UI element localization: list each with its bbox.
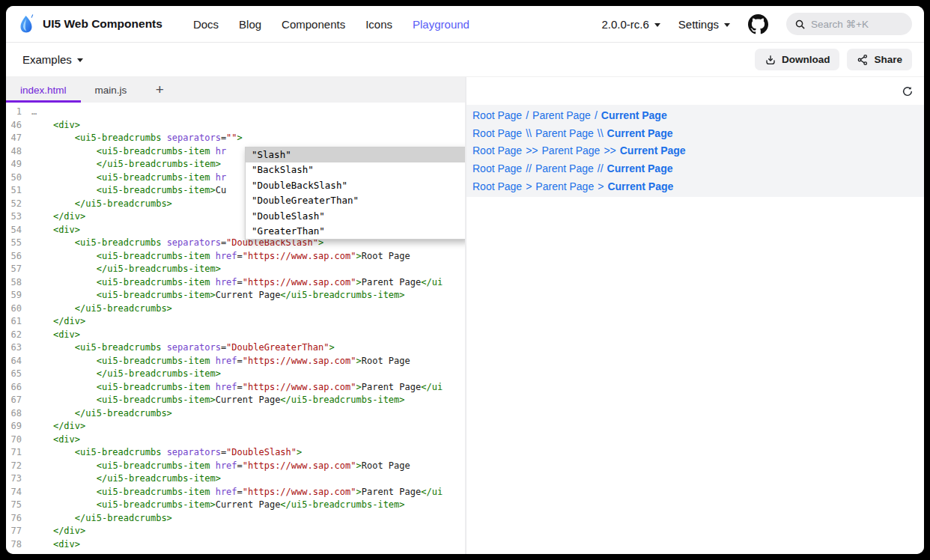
line-source: <ui5-breadcrumbs separators="DoubleSlash… bbox=[31, 446, 302, 460]
code-line-70: 70 <div> bbox=[6, 433, 465, 447]
line-source: <ui5-breadcrumbs separators="DoubleGreat… bbox=[31, 341, 335, 355]
code-line-62: 62 <div> bbox=[6, 329, 465, 342]
line-source: </div> bbox=[31, 420, 85, 433]
line-number: 46 bbox=[6, 119, 31, 133]
code-line-69: 69 </div> bbox=[6, 420, 465, 433]
autocomplete-option[interactable]: "GreaterThan" bbox=[246, 224, 465, 239]
code-line-56: 56 <ui5-breadcrumbs-item href="https://w… bbox=[6, 250, 465, 264]
breadcrumb-link-parent[interactable]: Parent Page bbox=[532, 109, 591, 121]
line-source: </ui5-breadcrumbs> bbox=[31, 198, 172, 211]
ui5-logo-icon[interactable] bbox=[18, 13, 36, 34]
autocomplete-dropdown: "Slash""BackSlash""DoubleBackSlash""Doub… bbox=[245, 147, 465, 240]
breadcrumb-separator: // bbox=[526, 162, 532, 174]
brand-title[interactable]: UI5 Web Components bbox=[43, 17, 162, 31]
breadcrumb-link-root[interactable]: Root Page bbox=[472, 109, 522, 121]
download-button[interactable]: Download bbox=[755, 49, 840, 70]
breadcrumb-link-root[interactable]: Root Page bbox=[472, 180, 522, 192]
code-line-78: 78 <div> bbox=[6, 538, 465, 552]
breadcrumb-link-parent[interactable]: Parent Page bbox=[542, 144, 601, 156]
share-label: Share bbox=[874, 54, 902, 65]
line-number: 74 bbox=[6, 486, 31, 499]
examples-dropdown[interactable]: Examples bbox=[22, 53, 83, 66]
line-number: 68 bbox=[6, 407, 31, 421]
tab-index.html[interactable]: index.html bbox=[6, 77, 81, 103]
breadcrumb: Root Page>Parent Page>Current Page bbox=[472, 177, 918, 195]
chevron-down-icon bbox=[654, 23, 660, 27]
nav-playground[interactable]: Playground bbox=[413, 18, 469, 31]
line-number: 77 bbox=[6, 525, 31, 538]
line-source: </ui5-breadcrumbs-item> bbox=[31, 263, 221, 276]
line-source: <div> bbox=[31, 538, 80, 552]
line-source: <div> bbox=[31, 119, 80, 133]
breadcrumb-link-root[interactable]: Root Page bbox=[472, 144, 522, 156]
line-source: <ui5-breadcrumbs-item href="https://www.… bbox=[31, 276, 443, 290]
code-line-77: 77 </div> bbox=[6, 525, 465, 538]
line-source: <ui5-breadcrumbs-item>Current Page</ui5-… bbox=[31, 394, 405, 407]
line-number: 50 bbox=[6, 171, 31, 185]
examples-label: Examples bbox=[22, 53, 72, 66]
code-line-76: 76 </ui5-breadcrumbs> bbox=[6, 512, 465, 526]
add-tab-button[interactable]: + bbox=[147, 77, 172, 103]
nav-components[interactable]: Components bbox=[282, 18, 345, 31]
settings-dropdown[interactable]: Settings bbox=[678, 18, 730, 31]
line-source: </div> bbox=[31, 315, 85, 329]
topbar-right: 2.0.0-rc.6 Settings Search ⌘+K bbox=[601, 13, 912, 35]
breadcrumb-link-parent[interactable]: Parent Page bbox=[535, 162, 594, 174]
breadcrumb-link-root[interactable]: Root Page bbox=[472, 162, 522, 174]
toolbar-actions: Download Share bbox=[755, 49, 912, 70]
autocomplete-option[interactable]: "BackSlash" bbox=[246, 162, 465, 177]
nav-docs[interactable]: Docs bbox=[193, 18, 219, 31]
autocomplete-option[interactable]: "Slash" bbox=[246, 147, 465, 162]
line-number: 52 bbox=[6, 198, 31, 211]
line-source: </ui5-breadcrumbs-item> bbox=[31, 368, 221, 381]
code-line-46: 46 <div> bbox=[6, 119, 465, 133]
line-source: <ui5-breadcrumbs-item href="https://www.… bbox=[31, 486, 443, 499]
autocomplete-option[interactable]: "DoubleBackSlash" bbox=[246, 178, 465, 193]
github-icon[interactable] bbox=[748, 14, 768, 34]
autocomplete-option[interactable]: "DoubleGreaterThan" bbox=[246, 193, 465, 208]
code-line-61: 61 </div> bbox=[6, 315, 465, 329]
header-nav: DocsBlogComponentsIconsPlayground bbox=[173, 18, 469, 31]
line-number: 53 bbox=[6, 210, 31, 224]
version-dropdown[interactable]: 2.0.0-rc.6 bbox=[601, 18, 660, 31]
line-source: <ui5-breadcrumbs-item href="https://www.… bbox=[31, 460, 410, 473]
breadcrumb: Root Page>>Parent Page>>Current Page bbox=[472, 142, 918, 160]
top-navigation: UI5 Web Components DocsBlogComponentsIco… bbox=[6, 6, 924, 43]
nav-blog[interactable]: Blog bbox=[239, 18, 261, 31]
breadcrumb-current-page: Current Page bbox=[601, 109, 667, 121]
breadcrumb-link-parent[interactable]: Parent Page bbox=[535, 180, 594, 192]
line-source: <ui5-breadcrumbs-item href="https://www.… bbox=[31, 381, 443, 395]
line-number: 48 bbox=[6, 145, 31, 159]
breadcrumb-link-parent[interactable]: Parent Page bbox=[535, 127, 594, 139]
breadcrumb-separator: / bbox=[595, 109, 598, 121]
code-area[interactable]: 1…46 <div>47 <ui5-breadcrumbs separators… bbox=[6, 103, 465, 554]
line-number: 69 bbox=[6, 420, 31, 433]
code-line-73: 73 </ui5-breadcrumbs-item> bbox=[6, 472, 465, 486]
line-source: </ui5-breadcrumbs> bbox=[31, 512, 172, 526]
code-line-59: 59 <ui5-breadcrumbs-item>Current Page</u… bbox=[6, 289, 465, 302]
line-number: 49 bbox=[6, 158, 31, 171]
refresh-button[interactable] bbox=[902, 85, 914, 97]
breadcrumb-link-root[interactable]: Root Page bbox=[472, 127, 522, 139]
tab-main.js[interactable]: main.js bbox=[81, 77, 142, 103]
code-line-71: 71 <ui5-breadcrumbs separators="DoubleSl… bbox=[6, 446, 465, 460]
share-button[interactable]: Share bbox=[847, 49, 912, 70]
line-number: 56 bbox=[6, 250, 31, 264]
line-number: 67 bbox=[6, 394, 31, 407]
editor-tabs: index.htmlmain.js bbox=[6, 77, 141, 103]
download-label: Download bbox=[782, 54, 830, 65]
line-number: 78 bbox=[6, 538, 31, 552]
line-number: 58 bbox=[6, 276, 31, 290]
search-icon bbox=[794, 19, 806, 30]
preview-panel: Root Page/Parent Page/Current PageRoot P… bbox=[466, 77, 924, 554]
line-source: <ui5-breadcrumbs-item>Current Page</ui5-… bbox=[31, 499, 405, 512]
code-line-1: 1… bbox=[6, 106, 465, 119]
search-box[interactable]: Search ⌘+K bbox=[786, 13, 912, 35]
nav-icons[interactable]: Icons bbox=[365, 18, 392, 31]
autocomplete-option[interactable]: "DoubleSlash" bbox=[246, 209, 465, 224]
line-number: 76 bbox=[6, 512, 31, 526]
line-source: <ui5-breadcrumbs separators=""> bbox=[31, 132, 243, 145]
code-line-64: 64 <ui5-breadcrumbs-item href="https://w… bbox=[6, 355, 465, 368]
line-source: <ui5-breadcrumbs-item>Cu bbox=[31, 184, 226, 198]
breadcrumb-separator: \\ bbox=[598, 127, 604, 139]
